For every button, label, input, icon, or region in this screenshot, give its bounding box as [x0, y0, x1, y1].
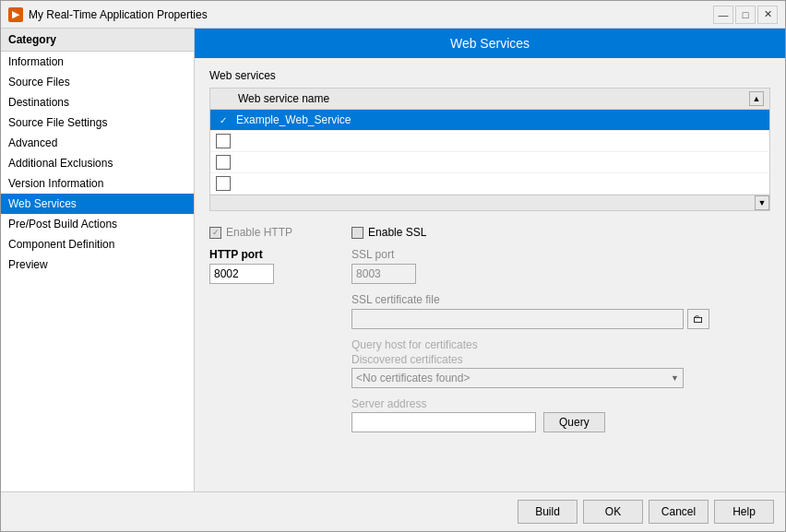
port-settings-form: ✓ Enable HTTP HTTP port [209, 226, 770, 442]
sidebar-item-source-file-settings[interactable]: Source File Settings [1, 112, 194, 133]
section-header: Web Services [195, 29, 785, 58]
row-name-0: Example_Web_Service [236, 113, 351, 126]
enable-ssl-label: Enable SSL [351, 226, 426, 239]
discovered-certs-field: Discovered certificates <No certificates… [351, 353, 770, 388]
main-dialog: ▶ My Real-Time Application Properties — … [0, 0, 786, 532]
row-checkbox-0[interactable]: ✓ [216, 112, 231, 127]
row-checkbox-2[interactable] [216, 155, 231, 170]
enable-http-label: ✓ Enable HTTP [209, 226, 292, 239]
dropdown-arrow-icon: ▼ [671, 373, 679, 383]
sidebar-item-version-information[interactable]: Version Information [1, 173, 194, 194]
enable-ssl-checkbox[interactable] [351, 227, 363, 239]
table-row[interactable] [210, 152, 769, 173]
sidebar-item-preview[interactable]: Preview [1, 254, 194, 275]
sidebar-item-pre-post-build-actions[interactable]: Pre/Post Build Actions [1, 214, 194, 234]
content-area: Web services Web service name ▲ ✓ Exampl… [195, 58, 785, 491]
web-services-table: Web service name ▲ ✓ Example_Web_Service [209, 88, 770, 211]
dialog-title: My Real-Time Application Properties [29, 8, 208, 21]
app-icon: ▶ [8, 7, 23, 22]
cancel-button[interactable]: Cancel [649, 500, 709, 524]
discovered-input[interactable]: <No certificates found> ▼ [351, 368, 684, 388]
table-row[interactable] [210, 173, 769, 195]
sidebar-item-additional-exclusions[interactable]: Additional Exclusions [1, 153, 194, 173]
server-addr-row: Query [351, 412, 770, 432]
ssl-cert-row: 🗀 [351, 309, 770, 329]
query-button[interactable]: Query [543, 412, 605, 432]
help-button[interactable]: Help [714, 500, 774, 524]
title-bar: ▶ My Real-Time Application Properties — … [1, 1, 785, 29]
enable-http-row: ✓ Enable HTTP [209, 226, 315, 239]
sidebar-item-component-definition[interactable]: Component Definition [1, 234, 194, 254]
row-checkbox-3[interactable] [216, 176, 231, 191]
discovered-dropdown[interactable]: <No certificates found> ▼ [351, 368, 770, 388]
sidebar-item-source-files[interactable]: Source Files [1, 72, 194, 92]
table-row[interactable]: ✓ Example_Web_Service [210, 110, 769, 131]
ssl-cert-browse-button[interactable]: 🗀 [687, 309, 709, 329]
server-address-field: Server address Query [351, 397, 770, 432]
ssl-port-label: SSL port [351, 248, 770, 261]
main-content: Web Services Web services Web service na… [195, 29, 785, 491]
server-address-label: Server address [351, 397, 770, 410]
sidebar-item-destinations[interactable]: Destinations [1, 92, 194, 112]
http-port-input[interactable] [209, 264, 274, 284]
close-button[interactable]: ✕ [757, 6, 778, 24]
row-checkbox-1[interactable] [216, 134, 231, 148]
title-bar-left: ▶ My Real-Time Application Properties [8, 7, 208, 22]
col-header-name: Web service name [216, 92, 749, 105]
web-services-label: Web services [209, 69, 770, 82]
ssl-section: Enable SSL SSL port SSL certificate file [351, 226, 770, 442]
window-controls: — □ ✕ [713, 6, 778, 24]
sidebar: Category Information Source Files Destin… [1, 29, 195, 491]
http-port-label: HTTP port [209, 248, 315, 261]
table-scroll-up[interactable]: ▲ [749, 91, 764, 106]
table-scroll-down[interactable]: ▼ [755, 195, 769, 210]
table-row[interactable] [210, 131, 769, 152]
table-header: Web service name ▲ [210, 89, 769, 110]
server-address-input[interactable] [351, 412, 536, 432]
ssl-cert-input[interactable] [351, 309, 684, 329]
enable-ssl-row: Enable SSL [351, 226, 770, 239]
maximize-button[interactable]: □ [735, 6, 756, 24]
http-port-field: HTTP port [209, 248, 315, 284]
enable-http-checkbox: ✓ [209, 227, 221, 239]
sidebar-item-web-services[interactable]: Web Services [1, 194, 194, 214]
ssl-cert-label: SSL certificate file [351, 293, 770, 306]
build-button[interactable]: Build [518, 500, 578, 524]
http-section: ✓ Enable HTTP HTTP port [209, 226, 315, 442]
ssl-cert-field: SSL certificate file 🗀 [351, 293, 770, 329]
dialog-footer: Build OK Cancel Help [1, 491, 785, 531]
sidebar-item-advanced[interactable]: Advanced [1, 133, 194, 153]
ssl-port-input[interactable] [351, 264, 416, 284]
dialog-body: Category Information Source Files Destin… [1, 29, 785, 491]
discovered-value: <No certificates found> [356, 372, 470, 384]
ssl-port-field: SSL port [351, 248, 770, 284]
query-cert-label: Query host for certificates [351, 338, 770, 351]
discovered-label: Discovered certificates [351, 353, 770, 366]
sidebar-item-information[interactable]: Information [1, 52, 194, 72]
sidebar-header: Category [1, 29, 194, 52]
minimize-button[interactable]: — [713, 6, 733, 24]
ok-button[interactable]: OK [583, 500, 643, 524]
